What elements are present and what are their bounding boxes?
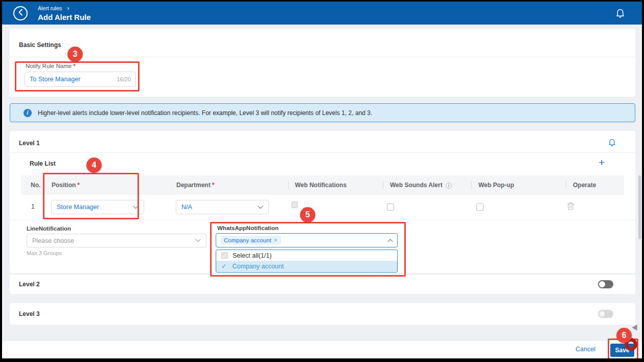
divider xyxy=(10,220,635,220)
level1-bell-icon[interactable] xyxy=(608,138,616,149)
web-notifications-checkbox: ✓ xyxy=(291,201,298,208)
chevron-down-icon xyxy=(258,206,263,209)
col-web-popup: Web Pop-up xyxy=(478,182,514,189)
breadcrumb[interactable]: Alert rules › xyxy=(38,5,69,11)
chevron-down-icon xyxy=(195,239,201,242)
rule-list-title: Rule List xyxy=(30,160,56,167)
divider xyxy=(10,57,635,57)
col-operate: Operate xyxy=(573,182,596,189)
annotation-badge-5: 5 xyxy=(300,207,315,222)
annotation-badge-3: 3 xyxy=(67,47,83,62)
column-separator xyxy=(288,181,289,189)
department-select[interactable]: N/A xyxy=(176,200,269,214)
breadcrumb-item[interactable]: Alert rules xyxy=(38,5,62,11)
column-separator xyxy=(471,181,472,189)
level2-card: Level 2 xyxy=(10,275,635,294)
app-header: Alert rules › Add Alert Rule xyxy=(2,2,642,25)
notification-bell-icon[interactable] xyxy=(615,8,626,20)
basic-settings-title: Basic Settings xyxy=(19,41,61,49)
required-asterisk: * xyxy=(212,182,215,189)
level1-title: Level 1 xyxy=(19,140,40,147)
line-notification-select[interactable]: Please choose xyxy=(27,234,206,247)
scrollbar-thumb[interactable] xyxy=(638,175,641,239)
footer-bar: Cancel Save xyxy=(2,340,642,358)
line-notification-placeholder: Please choose xyxy=(32,237,74,244)
col-web-sounds: Web Sounds Alerti xyxy=(390,182,452,189)
cancel-button[interactable]: Cancel xyxy=(576,346,595,353)
info-banner-text: Higher-level alerts include lower-level … xyxy=(38,109,372,117)
toggle-knob xyxy=(599,311,605,317)
level2-toggle[interactable] xyxy=(598,280,613,288)
add-rule-button[interactable]: + xyxy=(599,156,605,169)
annotation-box-whatsapp xyxy=(210,222,406,277)
page-title: Add Alert Rule xyxy=(38,13,91,21)
breadcrumb-arrow-icon: › xyxy=(67,6,69,11)
column-separator xyxy=(383,181,383,189)
toggle-knob xyxy=(599,281,605,287)
col-department: Department* xyxy=(176,182,214,189)
annotation-badge-6: 6 xyxy=(616,328,632,343)
col-web-notifications: Web Notifications xyxy=(295,182,347,189)
web-popup-checkbox[interactable] xyxy=(476,203,484,211)
delete-row-icon[interactable] xyxy=(567,202,574,210)
cursor-arrow-icon xyxy=(632,325,639,332)
line-notification-hint: Max 3 Groups xyxy=(27,250,62,256)
info-banner: i Higher-level alerts include lower-leve… xyxy=(10,103,635,122)
level3-card: Level 3 xyxy=(10,303,635,325)
web-sounds-info-icon[interactable]: i xyxy=(446,183,452,189)
col-no: No. xyxy=(31,182,40,189)
back-chevron-icon xyxy=(18,9,23,18)
row-number: 1 xyxy=(31,203,35,210)
column-separator xyxy=(566,181,566,189)
web-sounds-checkbox[interactable] xyxy=(387,203,394,211)
level2-title: Level 2 xyxy=(19,281,40,288)
level3-title: Level 3 xyxy=(19,310,40,318)
line-notification-label: LineNotification xyxy=(27,225,71,232)
app-window: Alert rules › Add Alert Rule Basic Setti… xyxy=(0,0,644,362)
info-icon: i xyxy=(24,109,32,117)
annotation-box-position xyxy=(43,173,139,219)
department-value: N/A xyxy=(181,203,192,211)
annotation-badge-4: 4 xyxy=(86,157,102,173)
level3-toggle[interactable] xyxy=(598,310,613,318)
divider xyxy=(10,152,635,153)
annotation-box-rule-name xyxy=(15,61,140,92)
back-button[interactable] xyxy=(13,6,28,20)
